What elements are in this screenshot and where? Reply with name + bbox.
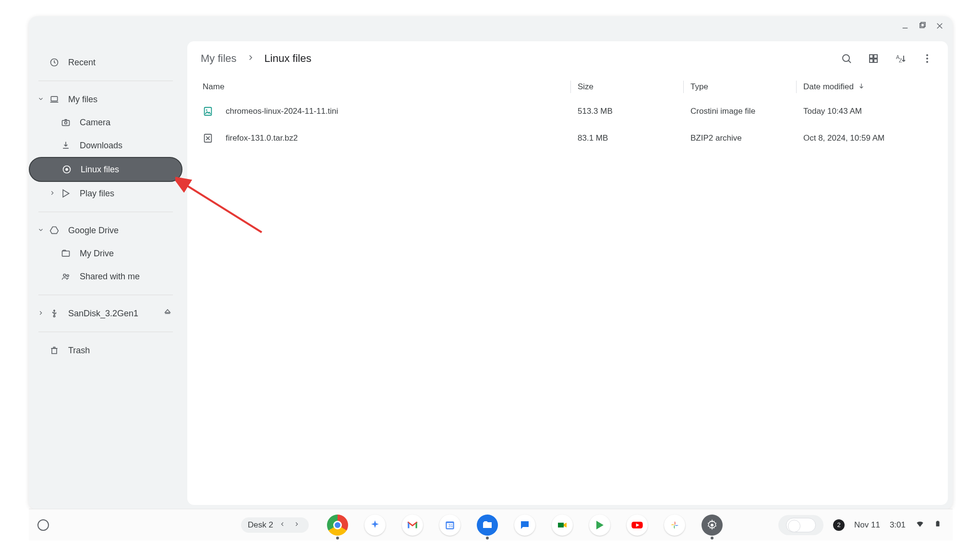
shelf-app-calendar[interactable]: 31 [439, 515, 460, 536]
file-date: Oct 8, 2024, 10:59 AM [803, 133, 934, 143]
svg-rect-6 [51, 96, 57, 101]
shelf-app-settings[interactable] [702, 515, 723, 536]
table-row[interactable]: firefox-131.0.tar.bz2 83.1 MB BZIP2 arch… [201, 125, 934, 152]
sidebar-item-label: Trash [68, 346, 90, 356]
gear-icon [706, 519, 718, 531]
svg-point-38 [711, 524, 714, 527]
wifi-icon [915, 519, 925, 531]
svg-rect-40 [937, 521, 939, 522]
desk-next-button[interactable] [291, 520, 302, 530]
svg-point-25 [926, 54, 928, 56]
sidebar: Recent My files Camera [29, 41, 182, 510]
sidebar-item-play[interactable]: Play files [29, 182, 182, 205]
column-separator [796, 81, 797, 93]
shelf-app-gemini[interactable] [364, 515, 386, 536]
chevron-left-icon [279, 521, 286, 527]
folder-icon [60, 248, 71, 259]
file-name: firefox-131.0.tar.bz2 [226, 133, 298, 143]
sort-button[interactable]: AZ [893, 51, 907, 66]
table-row[interactable]: chromeos-linux-2024-11-11.tini 513.3 MB … [201, 98, 934, 125]
sidebar-item-shared[interactable]: Shared with me [29, 265, 182, 288]
sidebar-item-mydrive[interactable]: My Drive [29, 242, 182, 265]
svg-point-29 [206, 109, 207, 111]
shelf-app-photos[interactable] [664, 515, 685, 536]
sidebar-item-label: Recent [68, 58, 96, 68]
shelf-app-gmail[interactable] [402, 515, 423, 536]
window-titlebar [901, 16, 953, 36]
column-header-name[interactable]: Name [201, 82, 570, 92]
file-image-icon [203, 106, 213, 117]
sidebar-item-linux[interactable]: Linux files [29, 157, 182, 182]
window-minimize-button[interactable] [901, 22, 909, 30]
file-name: chromeos-linux-2024-11-11.tini [226, 107, 338, 116]
sidebar-item-label: Linux files [81, 165, 119, 175]
window-close-button[interactable] [935, 22, 944, 30]
drive-icon [49, 225, 60, 236]
launcher-button[interactable] [37, 519, 49, 531]
chevron-down-icon [37, 95, 44, 105]
shelf-app-youtube[interactable] [627, 515, 648, 536]
file-archive-icon [203, 133, 213, 144]
svg-point-27 [926, 61, 928, 63]
shelf-app-files[interactable] [477, 515, 498, 536]
sort-az-icon: AZ [895, 53, 906, 64]
sidebar-item-label: Camera [80, 118, 110, 128]
grid-icon [868, 53, 879, 64]
header-actions: AZ [839, 51, 934, 66]
chevron-right-icon [37, 309, 44, 319]
folder-icon [482, 519, 493, 531]
sidebar-divider [38, 81, 173, 81]
sidebar-item-recent[interactable]: Recent [29, 51, 182, 74]
quick-settings-toggle[interactable] [778, 515, 823, 535]
sidebar-item-camera[interactable]: Camera [29, 111, 182, 134]
shelf-app-messages[interactable] [514, 515, 535, 536]
download-icon [60, 140, 71, 151]
chat-icon [519, 519, 531, 531]
eject-button[interactable] [163, 308, 172, 319]
shelf-status-area[interactable]: 2 Nov 11 3:01 [778, 515, 953, 535]
sidebar-item-gdrive[interactable]: Google Drive [29, 219, 182, 242]
table-header: Name Size Type Date modified [187, 76, 948, 98]
svg-rect-39 [936, 521, 940, 527]
chevron-right-icon [293, 521, 300, 527]
shelf-app-play[interactable] [589, 515, 610, 536]
svg-point-26 [926, 58, 928, 60]
sidebar-item-myfiles[interactable]: My files [29, 88, 182, 111]
sidebar-item-trash[interactable]: Trash [29, 339, 182, 362]
desk-prev-button[interactable] [277, 520, 288, 530]
linux-icon [61, 164, 72, 175]
trash-icon [49, 345, 60, 356]
chevron-right-icon [49, 189, 56, 199]
main-panel: My files Linux files AZ [187, 41, 948, 505]
sidebar-item-label: Downloads [80, 141, 122, 151]
svg-line-18 [848, 60, 851, 63]
column-header-type[interactable]: Type [690, 82, 796, 92]
svg-rect-12 [62, 251, 70, 256]
file-size: 513.3 MB [578, 107, 683, 116]
sidebar-item-usb[interactable]: SanDisk_3.2Gen1 [29, 302, 182, 325]
svg-rect-2 [921, 23, 925, 27]
photos-icon [669, 519, 680, 531]
file-type: BZIP2 archive [690, 133, 796, 143]
desk-switcher[interactable]: Desk 2 [241, 517, 309, 533]
battery-icon [934, 519, 941, 531]
view-grid-button[interactable] [866, 51, 881, 66]
breadcrumb-root[interactable]: My files [201, 52, 237, 65]
more-button[interactable] [920, 51, 934, 66]
sidebar-item-downloads[interactable]: Downloads [29, 134, 182, 157]
window-maximize-button[interactable] [918, 22, 927, 30]
video-icon [557, 519, 568, 531]
laptop-icon [49, 94, 60, 105]
sidebar-divider [38, 332, 173, 332]
files-app-window: Recent My files Camera [29, 16, 953, 510]
calendar-icon: 31 [444, 519, 456, 531]
desk-label: Desk 2 [248, 520, 273, 530]
search-button[interactable] [839, 51, 854, 66]
column-header-size[interactable]: Size [578, 82, 683, 92]
close-icon [935, 22, 944, 30]
shelf-app-chrome[interactable] [327, 515, 348, 536]
column-header-date[interactable]: Date modified [803, 82, 934, 92]
shelf-app-meet[interactable] [552, 515, 573, 536]
sidebar-divider [38, 295, 173, 295]
notification-badge[interactable]: 2 [833, 519, 845, 531]
